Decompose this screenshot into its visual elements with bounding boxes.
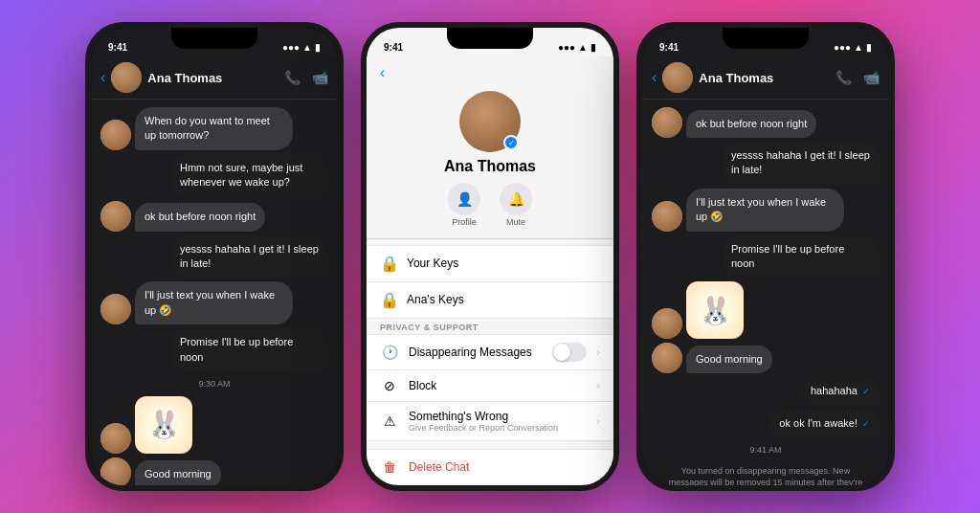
msg-row: Hmm not sure, maybe just whenever we wak…: [100, 154, 328, 197]
bubble: I'll just text you when I wake up 🤣: [686, 189, 844, 232]
avatar-msg: [100, 423, 131, 454]
something-wrong-item[interactable]: ⚠ Something's Wrong Give Feedback or Rep…: [367, 402, 613, 441]
msg-row: yessss hahaha I get it! I sleep in late!: [100, 235, 328, 279]
menu-text-2: Block: [409, 379, 587, 392]
delete-chat-label: Delete Chat: [409, 460, 469, 474]
bubble: Good morning: [135, 460, 221, 488]
menu-text-3: Something's Wrong Give Feedback or Repor…: [409, 410, 587, 433]
keys-section: 🔒 Your Keys 🔒 Ana's Keys: [367, 245, 613, 319]
msg-row: I'll just text you when I wake up 🤣: [652, 189, 880, 232]
profile-actions: 👤 Profile 🔔 Mute: [448, 183, 532, 227]
battery-icon-3: ▮: [866, 42, 872, 53]
bubble: Hmm not sure, maybe just whenever we wak…: [170, 154, 328, 197]
bubble: When do you want to meet up tomorrow?: [135, 107, 293, 150]
clock-icon-2: 🕐: [380, 345, 399, 360]
bubble: ok but before noon right: [135, 203, 265, 231]
chevron-icon: ›: [596, 346, 600, 359]
delete-chat-item[interactable]: 🗑 Delete Chat: [367, 449, 613, 484]
notch-3: [723, 28, 809, 49]
status-icons-1: ●●● ▲ ▮: [282, 42, 321, 53]
avatar-msg: [100, 120, 131, 150]
system-message: You turned on disappearing messages. New…: [652, 462, 880, 491]
wifi-icon-3: ▲: [854, 42, 863, 53]
sticker: 🐰: [135, 396, 192, 454]
msg-row: ok but before noon right: [652, 107, 880, 138]
back-button-3[interactable]: ‹: [652, 69, 657, 86]
msg-row: ok but before noon right: [100, 201, 328, 232]
avatar-face-1: [111, 62, 142, 93]
bubble: Good morning: [686, 346, 772, 373]
mute-label: Mute: [506, 217, 525, 227]
phone-1: 9:41 ●●● ▲ ▮ ‹ Ana Thomas 📞 📹 When do yo…: [85, 22, 344, 491]
wifi-icon-1: ▲: [302, 42, 312, 53]
bubble: hahahaha ✓: [801, 377, 880, 405]
bubble: yessss hahaha I get it! I sleep in late!: [722, 142, 880, 185]
call-icon-1[interactable]: 📞: [284, 70, 301, 85]
bubble: Promise I'll be up before noon: [722, 235, 880, 279]
bubble: yessss hahaha I get it! I sleep in late!: [170, 235, 328, 279]
your-keys-item[interactable]: 🔒 Your Keys: [367, 246, 613, 282]
phone-2: 9:41 ●●● ▲ ▮ ‹ ✓ Ana Thomas 👤 Profile 🔔: [361, 22, 619, 491]
wifi-icon-2: ▲: [578, 42, 588, 53]
signal-icon-3: ●●●: [834, 42, 851, 53]
back-button-1[interactable]: ‹: [100, 69, 105, 86]
warning-icon: ⚠: [380, 413, 399, 429]
privacy-section-title: PRIVACY & SUPPORT: [367, 319, 613, 334]
chat-screen-3: ‹ Ana Thomas 📞 📹 ok but before noon righ…: [642, 56, 889, 491]
block-item[interactable]: ⊘ Block ›: [367, 370, 613, 402]
mute-btn[interactable]: 🔔 Mute: [500, 183, 532, 227]
lock-icon: 🔒: [380, 255, 399, 273]
timestamp-3: 9:41 AM: [652, 445, 880, 455]
profile-content: ✓ Ana Thomas 👤 Profile 🔔 Mute: [367, 81, 613, 233]
msg-row: 🐰: [652, 281, 880, 339]
ana-keys-item[interactable]: 🔒 Ana's Keys: [367, 282, 613, 318]
status-icons-3: ●●● ▲ ▮: [834, 42, 872, 53]
msg-row: 🐰: [100, 396, 328, 454]
menu-text: Disappearing Messages: [409, 346, 543, 359]
status-time-3: 9:41: [659, 42, 679, 53]
disappearing-toggle[interactable]: [552, 343, 587, 362]
avatar-badge: ✓: [503, 135, 519, 150]
chevron-icon-3: ›: [596, 414, 600, 428]
battery-icon-1: ▮: [315, 42, 321, 53]
chat-screen-1: ‹ Ana Thomas 📞 📹 When do you want to mee…: [91, 56, 338, 491]
avatar-msg: [100, 457, 131, 488]
video-icon-3[interactable]: 📹: [863, 70, 880, 85]
block-label: Block: [409, 379, 587, 392]
status-time-2: 9:41: [384, 42, 403, 53]
chat-header-1: ‹ Ana Thomas 📞 📹: [91, 56, 338, 100]
contact-name-1: Ana Thomas: [147, 71, 278, 85]
avatar-msg: [100, 294, 131, 324]
profile-screen: ‹ ✓ Ana Thomas 👤 Profile 🔔 Mute: [367, 56, 613, 485]
signal-icon-2: ●●●: [558, 42, 575, 53]
avatar-3: [662, 62, 693, 93]
messages-area-3: ok but before noon right yessss hahaha I…: [642, 100, 889, 491]
avatar-msg: [652, 343, 682, 373]
disappearing-messages-item[interactable]: 🕐 Disappearing Messages ›: [367, 334, 613, 370]
header-icons-1: 📞 📹: [284, 70, 328, 85]
msg-row: I'll just text you when I wake up 🤣: [100, 281, 328, 324]
msg-row: Promise I'll be up before noon: [652, 235, 880, 279]
timestamp: 9:30 AM: [100, 379, 328, 389]
notch-1: [171, 28, 257, 49]
header-icons-3: 📞 📹: [835, 70, 880, 85]
msg-row: ok ok I'm awake! ✓: [652, 410, 880, 437]
call-icon-3[interactable]: 📞: [835, 70, 852, 85]
back-button-2[interactable]: ‹: [380, 64, 385, 81]
msg-row: Promise I'll be up before noon: [100, 328, 328, 371]
phone-3: 9:41 ●●● ▲ ▮ ‹ Ana Thomas 📞 📹 ok but bef…: [636, 22, 895, 491]
video-icon-1[interactable]: 📹: [312, 70, 328, 85]
profile-name: Ana Thomas: [444, 158, 536, 175]
contact-name-3: Ana Thomas: [699, 71, 830, 85]
msg-row: hahahaha ✓: [652, 377, 880, 405]
profile-icon: 👤: [448, 183, 480, 215]
avatar-msg: [652, 308, 682, 339]
block-icon: ⊘: [380, 378, 399, 393]
messages-area-1: When do you want to meet up tomorrow? Hm…: [91, 100, 338, 491]
sticker-3: 🐰: [686, 281, 744, 339]
profile-btn[interactable]: 👤 Profile: [448, 183, 480, 227]
bubble: ok ok I'm awake! ✓: [769, 410, 880, 437]
profile-label: Profile: [452, 217, 477, 227]
notch-2: [447, 28, 533, 49]
privacy-menu: 🕐 Disappearing Messages › ⊘ Block › ⚠: [367, 334, 613, 441]
